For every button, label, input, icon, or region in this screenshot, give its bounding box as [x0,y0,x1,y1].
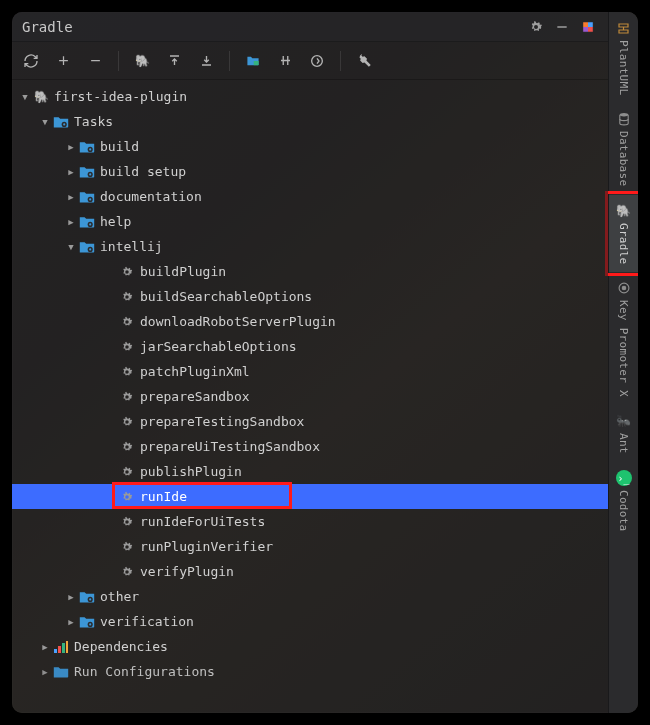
tree-group-other[interactable]: ▶ other [12,584,608,609]
task-gear-icon [118,363,136,381]
tasks-label: Tasks [74,114,113,129]
expand-all-icon[interactable] [163,50,185,72]
group-label: documentation [100,189,202,204]
toolbar-separator [118,51,119,71]
tree-group-intellij[interactable]: ▼ intellij [12,234,608,259]
tree-task-verifyPlugin[interactable]: ·verifyPlugin [12,559,608,584]
task-gear-icon [118,388,136,406]
build-settings-icon[interactable] [353,50,375,72]
project-structure-icon[interactable] [242,50,264,72]
rail-ant[interactable]: 🐜 Ant [609,405,638,462]
group-label: intellij [100,239,163,254]
collapse-all-icon[interactable] [195,50,217,72]
folder-gear-icon [52,113,70,131]
svg-point-23 [89,223,91,225]
group-label: other [100,589,139,604]
rail-label: PlantUML [617,40,630,95]
tree-task-patchPluginXml[interactable]: ·patchPluginXml [12,359,608,384]
folder-icon [52,663,70,681]
tree-task-downloadRobotServerPlugin[interactable]: ·downloadRobotServerPlugin [12,309,608,334]
rail-codota[interactable]: ›_ Codota [609,462,638,540]
tree-group-verification[interactable]: ▶ verification [12,609,608,634]
refresh-deps-icon[interactable] [306,50,328,72]
rail-label: Codota [617,490,630,532]
tree-task-publishPlugin[interactable]: ·publishPlugin [12,459,608,484]
database-icon [616,111,632,127]
tree-run-configurations[interactable]: ▶ Run Configurations [12,659,608,684]
task-label: runIdeForUiTests [140,514,265,529]
task-gear-icon [118,538,136,556]
task-label: verifyPlugin [140,564,234,579]
task-gear-icon [118,438,136,456]
svg-point-27 [89,598,91,600]
panel-header: Gradle [12,12,608,42]
plantuml-icon [616,20,632,36]
tree-dependencies[interactable]: ▶ Dependencies [12,634,608,659]
task-label: runIde [140,489,187,504]
tree-project-root[interactable]: ▼ 🐘 first-idea-plugin [12,84,608,109]
svg-rect-32 [62,643,65,653]
svg-rect-31 [58,646,61,653]
task-gear-icon [118,488,136,506]
chevron-right-icon: ▶ [64,142,78,152]
task-gear-icon [118,338,136,356]
tree-task-buildSearchableOptions[interactable]: ·buildSearchableOptions [12,284,608,309]
rail-label: Database [617,131,630,186]
task-label: prepareTestingSandbox [140,414,304,429]
settings-icon[interactable] [526,17,546,37]
gradle-tree: ▼ 🐘 first-idea-plugin ▼ Tasks ▶ build ▶ [12,80,608,713]
tree-tasks-node[interactable]: ▼ Tasks [12,109,608,134]
refresh-icon[interactable] [20,50,42,72]
svg-rect-33 [66,641,68,653]
chevron-right-icon: ▶ [64,192,78,202]
chevron-right-icon: ▶ [38,642,52,652]
tree-task-runPluginVerifier[interactable]: ·runPluginVerifier [12,534,608,559]
folder-gear-icon [78,163,96,181]
minimize-icon[interactable] [552,17,572,37]
svg-point-34 [619,114,627,117]
chevron-down-icon: ▼ [38,117,52,127]
offline-mode-icon[interactable] [274,50,296,72]
codota-icon: ›_ [616,470,632,486]
tree-task-prepareSandbox[interactable]: ·prepareSandbox [12,384,608,409]
tree-task-buildPlugin[interactable]: ·buildPlugin [12,259,608,284]
rail-keypromoter[interactable]: Key Promoter X [609,272,638,405]
svg-rect-9 [254,61,259,65]
app-icon [578,17,598,37]
tree-group-build[interactable]: ▶ build [12,134,608,159]
rail-gradle[interactable]: 🐘 Gradle [609,195,638,273]
svg-rect-30 [54,649,57,653]
task-label: publishPlugin [140,464,242,479]
dependencies-icon [52,638,70,656]
remove-icon[interactable] [84,50,106,72]
project-label: first-idea-plugin [54,89,187,104]
svg-point-29 [89,623,91,625]
task-label: downloadRobotServerPlugin [140,314,336,329]
rail-label: Ant [617,433,630,454]
task-gear-icon [118,563,136,581]
gradle-elephant-icon[interactable]: 🐘 [131,50,153,72]
task-gear-icon [118,513,136,531]
gradle-toolbar: 🐘 [12,42,608,80]
add-icon[interactable] [52,50,74,72]
tree-task-prepareTestingSandbox[interactable]: ·prepareTestingSandbox [12,409,608,434]
keypromoter-icon [616,280,632,296]
task-gear-icon [118,413,136,431]
rail-plantuml[interactable]: PlantUML [609,12,638,103]
task-gear-icon [118,313,136,331]
rail-database[interactable]: Database [609,103,638,194]
tree-group-build-setup[interactable]: ▶ build setup [12,159,608,184]
tree-task-prepareUiTestingSandbox[interactable]: ·prepareUiTestingSandbox [12,434,608,459]
task-label: buildPlugin [140,264,226,279]
gradle-project-icon: 🐘 [32,88,50,106]
panel-title: Gradle [22,19,520,35]
tree-task-runIde[interactable]: ·runIde [12,484,608,509]
ant-icon: 🐜 [616,413,632,429]
svg-point-36 [622,287,626,291]
tree-group-help[interactable]: ▶ help [12,209,608,234]
tree-task-runIdeForUiTests[interactable]: ·runIdeForUiTests [12,509,608,534]
run-configs-label: Run Configurations [74,664,215,679]
dependencies-label: Dependencies [74,639,168,654]
tree-task-jarSearchableOptions[interactable]: ·jarSearchableOptions [12,334,608,359]
tree-group-documentation[interactable]: ▶ documentation [12,184,608,209]
